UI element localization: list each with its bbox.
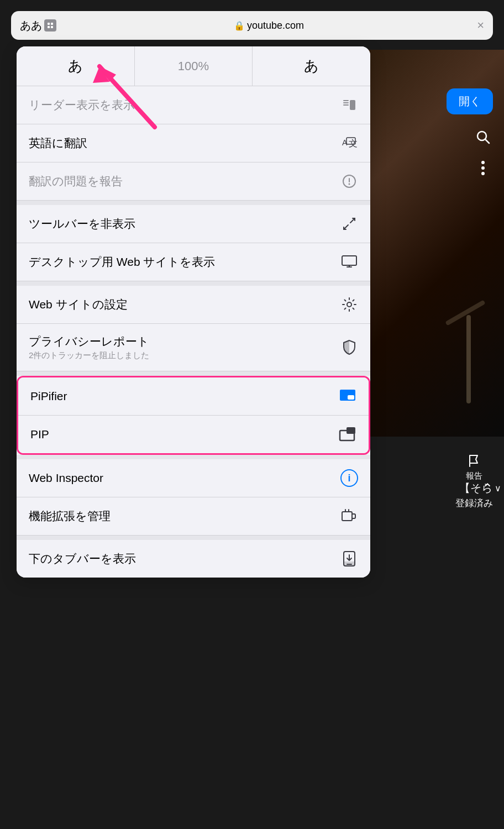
translate-label: 英語に翻訳 (29, 135, 87, 151)
info-icon: i (340, 469, 358, 487)
right-toolbar (473, 127, 493, 178)
svg-rect-2 (48, 26, 50, 28)
privacy-report-label: プライバシーレポート (29, 334, 149, 349)
svg-point-16 (349, 183, 350, 185)
translate-icon: A 文 (340, 134, 358, 152)
pip-icon (339, 426, 356, 443)
section-divider-3 (17, 371, 370, 376)
svg-rect-0 (48, 23, 50, 25)
translate-report-label: 翻訳の問題を報告 (29, 174, 123, 189)
url-text: youtube.com (247, 20, 304, 32)
dropdown-menu: あ 100% あ リーダー表示を表示 英語に翻訳 A (17, 46, 370, 578)
pip-label: PIP (30, 428, 49, 441)
svg-point-40 (481, 166, 485, 170)
website-settings-item[interactable]: Web サイトの設定 (17, 286, 370, 324)
pip-item[interactable]: PIP (18, 416, 369, 453)
reader-view-label: リーダー表示を表示 (29, 97, 135, 113)
tab-bar-icon (340, 550, 358, 568)
report-label: 報告 (466, 471, 482, 481)
reader-icon (340, 96, 358, 114)
hide-toolbar-label: ツールバーを非表示 (29, 216, 135, 232)
section-divider-1 (17, 201, 370, 205)
lock-icon: 🔒 (234, 20, 245, 31)
pipifier-label: PiPifier (30, 390, 67, 403)
pipifier-icon (339, 387, 356, 405)
svg-line-20 (350, 218, 355, 223)
web-inspector-wrap: Web Inspector (29, 471, 103, 485)
desktop-site-item[interactable]: デスクトップ用 Web サイトを表示 (17, 243, 370, 281)
section-divider-5 (17, 536, 370, 540)
monitor-icon (340, 253, 358, 271)
resize-icon (340, 215, 358, 233)
svg-line-17 (344, 225, 348, 229)
web-inspector-item[interactable]: Web Inspector i (17, 459, 370, 497)
pipifier-item[interactable]: PiPifier (18, 377, 369, 416)
chevron-down-icon: ∨ (495, 483, 501, 494)
open-button-wrap: 開く (447, 88, 493, 114)
manage-extensions-label: 機能拡張を管理 (29, 508, 111, 524)
manage-extensions-wrap: 機能拡張を管理 (29, 508, 111, 524)
privacy-report-sublabel: 2件のトラッカーを阻止しました (29, 350, 149, 361)
text-size-row: あ 100% あ (17, 46, 370, 86)
svg-rect-23 (342, 256, 356, 265)
reader-view-label-wrap: リーダー表示を表示 (29, 97, 135, 113)
more-options-button[interactable] (473, 158, 493, 178)
svg-rect-28 (348, 395, 354, 400)
desktop-site-wrap: デスクトップ用 Web サイトを表示 (29, 254, 215, 270)
section-divider-2 (17, 281, 370, 286)
svg-rect-3 (51, 26, 53, 28)
url-display[interactable]: 🔒 youtube.com (61, 20, 477, 32)
report-icon (340, 172, 358, 190)
svg-point-39 (481, 161, 485, 164)
svg-text:文: 文 (349, 139, 358, 148)
hide-toolbar-item[interactable]: ツールバーを非表示 (17, 205, 370, 243)
decrease-text-label: あ (68, 56, 83, 76)
translate-item[interactable]: 英語に翻訳 A 文 (17, 124, 370, 162)
shield-icon (340, 339, 358, 356)
search-button[interactable] (473, 127, 493, 147)
bottom-tab-wrap: 下のタブバーを表示 (29, 551, 136, 566)
svg-rect-31 (342, 512, 352, 521)
expand-icon[interactable]: ⌃ (482, 481, 493, 496)
pip-section: PiPifier PIP (17, 376, 370, 455)
open-button[interactable]: 開く (447, 88, 493, 114)
svg-rect-1 (51, 23, 53, 25)
info-circle: i (340, 469, 358, 487)
svg-rect-7 (343, 100, 349, 101)
aa-label: ああ (20, 18, 56, 33)
translate-report-item[interactable]: 翻訳の問題を報告 (17, 162, 370, 201)
increase-text-label: あ (304, 56, 319, 76)
translate-report-wrap: 翻訳の問題を報告 (29, 174, 123, 189)
show-bottom-tab-item[interactable]: 下のタブバーを表示 (17, 540, 370, 578)
reader-view-item[interactable]: リーダー表示を表示 (17, 86, 370, 124)
website-settings-label: Web サイトの設定 (29, 297, 128, 312)
website-settings-wrap: Web サイトの設定 (29, 297, 128, 312)
gear-icon (340, 296, 358, 313)
registered-label: 登録済み (455, 497, 493, 510)
flag-item[interactable]: 報告 (466, 453, 482, 481)
bottom-tab-label: 下のタブバーを表示 (29, 551, 136, 566)
close-button[interactable]: × (477, 18, 484, 33)
zoom-label: 100% (178, 59, 209, 74)
decrease-text-button[interactable]: あ (17, 46, 135, 86)
svg-line-38 (485, 139, 489, 143)
flag-icon (466, 453, 482, 469)
svg-point-41 (481, 172, 485, 175)
address-bar[interactable]: ああ 🔒 youtube.com × (11, 11, 493, 40)
increase-text-button[interactable]: あ (253, 46, 370, 86)
translate-label-wrap: 英語に翻訳 (29, 135, 87, 151)
puzzle-icon (44, 19, 56, 32)
aa-text: ああ (20, 18, 42, 33)
zoom-level: 100% (135, 46, 253, 86)
svg-rect-30 (347, 427, 355, 434)
manage-extensions-item[interactable]: 機能拡張を管理 (17, 497, 370, 536)
privacy-report-wrap: プライバシーレポート 2件のトラッカーを阻止しました (29, 334, 149, 361)
hide-toolbar-wrap: ツールバーを非表示 (29, 216, 135, 232)
svg-point-26 (347, 302, 351, 307)
web-inspector-label: Web Inspector (29, 471, 103, 485)
privacy-report-item[interactable]: プライバシーレポート 2件のトラッカーを阻止しました (17, 324, 370, 371)
svg-rect-9 (343, 104, 349, 106)
svg-rect-10 (350, 100, 355, 110)
desktop-site-label: デスクトップ用 Web サイトを表示 (29, 254, 215, 270)
svg-rect-8 (343, 102, 349, 103)
